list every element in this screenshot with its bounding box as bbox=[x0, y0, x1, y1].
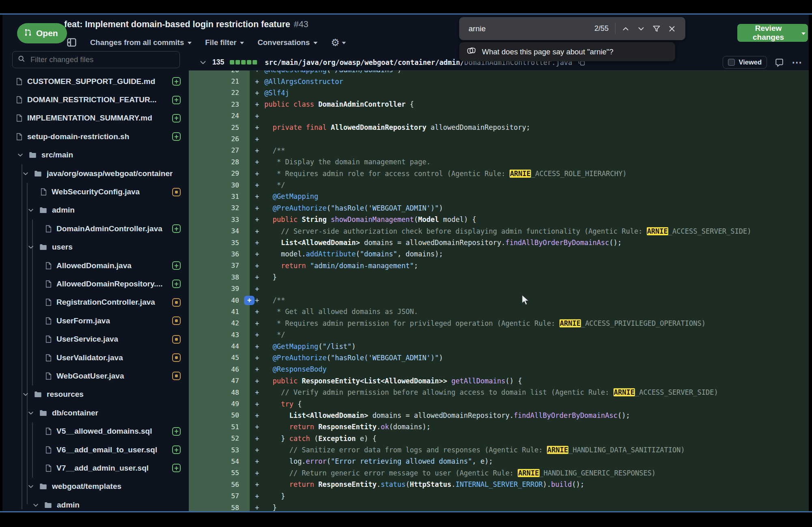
line-number[interactable]: 30 bbox=[189, 179, 250, 191]
code-text: @RequestMapping("/admin/domains") bbox=[264, 71, 402, 74]
find-filter-icon[interactable] bbox=[649, 21, 664, 37]
file-filter-dropdown[interactable]: File filter bbox=[205, 38, 244, 47]
tree-file-domain-restriction-featur[interactable]: DOMAIN_RESTRICTION_FEATUR...+ bbox=[2, 90, 189, 109]
file-options-kebab-menu[interactable]: ⋯ bbox=[792, 57, 802, 67]
file-icon bbox=[45, 262, 52, 269]
line-number[interactable]: 25 bbox=[189, 122, 250, 133]
sidebar-toggle-icon[interactable] bbox=[67, 37, 77, 47]
comment-icon[interactable] bbox=[775, 58, 784, 67]
line-number[interactable]: 56 bbox=[189, 479, 250, 490]
line-number[interactable]: 47 bbox=[189, 375, 250, 387]
line-number[interactable]: 51 bbox=[189, 421, 250, 432]
code-text: @PreAuthorize("hasRole('WEBGOAT_ADMIN')"… bbox=[264, 204, 443, 212]
find-next-button[interactable] bbox=[633, 21, 649, 37]
line-number[interactable]: 20 bbox=[189, 71, 250, 75]
diff-add-marker: + bbox=[250, 331, 264, 339]
line-number[interactable]: 31 bbox=[189, 191, 250, 202]
chevron-down-icon bbox=[28, 483, 34, 490]
line-number[interactable]: 50 bbox=[189, 410, 250, 421]
line-number[interactable]: 58 bbox=[189, 502, 250, 511]
diff-line-27: 27+ /** bbox=[189, 145, 809, 156]
tree-file-alloweddomainrepository[interactable]: AllowedDomainRepository....+ bbox=[2, 275, 189, 293]
tree-folder-users[interactable]: users bbox=[2, 238, 189, 256]
line-number[interactable]: 32 bbox=[189, 202, 250, 214]
find-previous-button[interactable] bbox=[618, 21, 633, 37]
tree-file-v5-allowed-domains-sql[interactable]: V5__allowed_domains.sql+ bbox=[2, 422, 189, 440]
diff-settings-button[interactable]: ⚙ bbox=[331, 38, 346, 47]
status-modified-icon bbox=[172, 188, 181, 196]
line-number[interactable]: 43 bbox=[189, 329, 250, 340]
review-changes-button[interactable]: Review changes bbox=[737, 24, 808, 42]
line-number[interactable]: 53 bbox=[189, 444, 250, 456]
filter-changed-files-input[interactable] bbox=[30, 55, 174, 65]
line-number[interactable]: 27 bbox=[189, 145, 250, 156]
tree-folder-db-container[interactable]: db/container bbox=[2, 404, 189, 422]
line-number[interactable]: 54 bbox=[189, 456, 250, 467]
line-number[interactable]: 46 bbox=[189, 364, 250, 375]
line-number[interactable]: 40 bbox=[189, 295, 250, 306]
line-number[interactable]: 36 bbox=[189, 248, 250, 260]
line-number[interactable]: 57 bbox=[189, 490, 250, 501]
diff-add-marker: + bbox=[250, 377, 264, 385]
line-number[interactable]: 37 bbox=[189, 260, 250, 271]
collapse-file-chevron-icon[interactable] bbox=[199, 59, 207, 66]
line-number[interactable]: 28 bbox=[189, 156, 250, 168]
line-number[interactable]: 29 bbox=[189, 168, 250, 179]
tree-file-websecurityconfig-java[interactable]: WebSecurityConfig.java bbox=[2, 183, 189, 201]
viewed-checkbox-button[interactable]: Viewed bbox=[723, 56, 767, 69]
line-number[interactable]: 21 bbox=[189, 75, 250, 87]
tree-file-v7-add-admin-user-sql[interactable]: V7__add_admin_user.sql+ bbox=[2, 459, 189, 477]
add-comment-button[interactable]: + bbox=[244, 296, 255, 305]
line-number[interactable]: 39 bbox=[189, 283, 250, 294]
line-number[interactable]: 24 bbox=[189, 110, 250, 122]
diff-add-marker: + bbox=[250, 146, 264, 155]
line-number[interactable]: 23 bbox=[189, 99, 250, 110]
tree-folder-src-main[interactable]: src/main bbox=[2, 146, 189, 164]
tree-folder-admin[interactable]: admin bbox=[2, 496, 189, 511]
diff-line-36: 36+ model.addAttribute("domains", domain… bbox=[189, 248, 809, 260]
window-accent-line-top bbox=[0, 13, 812, 15]
tree-file-customer-support-guide-md[interactable]: CUSTOMER_SUPPORT_GUIDE.md+ bbox=[2, 72, 189, 90]
tree-folder-webgoat-templates[interactable]: webgoat/templates bbox=[2, 478, 189, 496]
tree-folder-resources[interactable]: resources bbox=[2, 385, 189, 404]
tree-file-userservice-java[interactable]: UserService.java bbox=[2, 330, 189, 348]
tree-file-userform-java[interactable]: UserForm.java bbox=[2, 312, 189, 330]
tree-file-registrationcontroller-java[interactable]: RegistrationController.java bbox=[2, 293, 189, 312]
line-number[interactable]: 33 bbox=[189, 214, 250, 225]
line-number[interactable]: 55 bbox=[189, 467, 250, 479]
file-icon bbox=[45, 428, 52, 435]
conversations-dropdown[interactable]: Conversations bbox=[257, 38, 317, 47]
tree-file-v6-add-email-to-user-sql[interactable]: V6__add_email_to_user.sql+ bbox=[2, 441, 189, 459]
search-match-highlight: ARNIE bbox=[547, 446, 568, 454]
diffstat-blocks bbox=[230, 60, 257, 65]
copilot-ask-suggestion[interactable]: What does this page say about "arnie"? bbox=[459, 42, 675, 61]
tree-file-implementation-summary-md[interactable]: IMPLEMENTATION_SUMMARY.md+ bbox=[2, 109, 189, 127]
tree-file-alloweddomain-java[interactable]: AllowedDomain.java+ bbox=[2, 256, 189, 275]
line-number[interactable]: 48 bbox=[189, 387, 250, 398]
line-number[interactable]: 38 bbox=[189, 271, 250, 283]
diff-line-48: 48+ // Verify admin permission before al… bbox=[189, 387, 809, 398]
tree-file-uservalidator-java[interactable]: UserValidator.java bbox=[2, 348, 189, 367]
line-number[interactable]: 45 bbox=[189, 352, 250, 364]
line-number[interactable]: 52 bbox=[189, 433, 250, 444]
diff-add-marker: + bbox=[250, 100, 264, 108]
line-number[interactable]: 34 bbox=[189, 225, 250, 237]
diff-line-39: 39+ bbox=[189, 283, 809, 294]
tree-folder-admin[interactable]: admin bbox=[2, 201, 189, 219]
find-close-icon[interactable] bbox=[664, 21, 680, 37]
tree-file-domainadmincontroller-java[interactable]: DomainAdminController.java+ bbox=[2, 219, 189, 238]
line-number[interactable]: 35 bbox=[189, 237, 250, 248]
line-number[interactable]: 42 bbox=[189, 318, 250, 329]
find-query-input[interactable] bbox=[468, 24, 594, 34]
line-number[interactable]: 26 bbox=[189, 133, 250, 144]
checkbox-icon[interactable] bbox=[728, 59, 735, 66]
line-number[interactable]: 41 bbox=[189, 306, 250, 317]
line-number[interactable]: 49 bbox=[189, 398, 250, 409]
line-number[interactable]: 22 bbox=[189, 87, 250, 99]
tree-file-webgoatuser-java[interactable]: WebGoatUser.java bbox=[2, 367, 189, 385]
line-number[interactable]: 44 bbox=[189, 340, 250, 352]
tree-folder-java-org-owasp-webgoat-container[interactable]: java/org/owasp/webgoat/container bbox=[2, 164, 189, 183]
changes-from-commits-dropdown[interactable]: Changes from all commits bbox=[90, 38, 192, 47]
tree-file-setup-domain-restriction-sh[interactable]: setup-domain-restriction.sh+ bbox=[2, 127, 189, 146]
folder-icon bbox=[44, 502, 52, 508]
